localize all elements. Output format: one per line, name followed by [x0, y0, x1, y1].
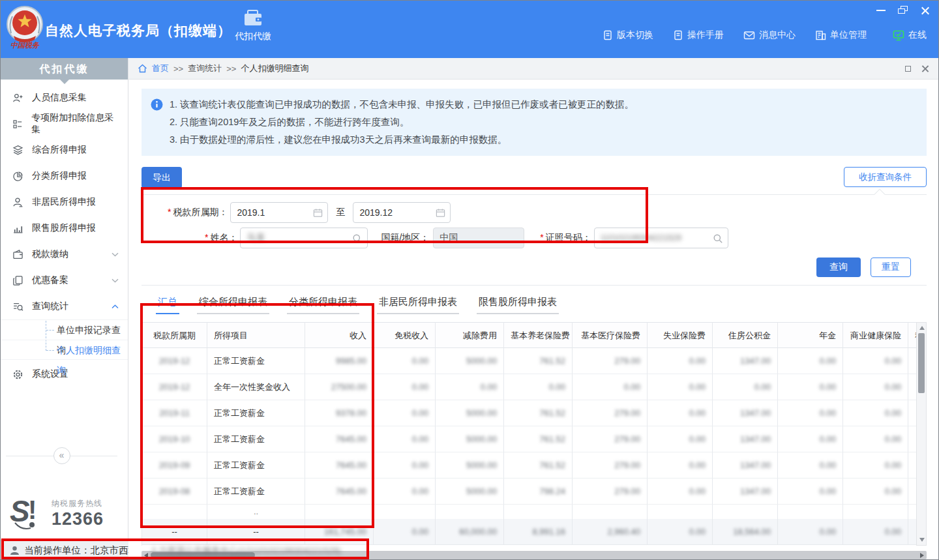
- sidebar-item-label: 分类所得申报: [32, 170, 87, 182]
- tab-restricted-stock-return[interactable]: 限售股所得申报表: [477, 294, 559, 314]
- table-cell: [142, 505, 207, 519]
- table-row: 2019-09正常工资薪金7645.000.005000.00761.52279…: [142, 452, 916, 479]
- table-cell: 2019-11: [142, 400, 207, 426]
- sidebar-item-label: 专项附加扣除信息采集: [31, 112, 119, 136]
- nav-operation-manual[interactable]: 操作手册: [673, 29, 724, 41]
- panel-close-icon[interactable]: [921, 65, 929, 72]
- sidebar-item-restricted-stock[interactable]: 限售股所得申报: [1, 215, 128, 241]
- column-header[interactable]: 商业健康保险: [843, 322, 908, 348]
- sidebar-item-nonresident-income[interactable]: 非居民所得申报: [1, 189, 128, 215]
- table-cell: 0.00: [843, 348, 908, 374]
- reset-button[interactable]: 重置: [871, 258, 911, 277]
- table-cell: 0.00: [374, 426, 436, 452]
- column-header[interactable]: 失业保险费: [648, 322, 713, 348]
- sidebar-item-preferential-filing[interactable]: 优惠备案: [1, 267, 128, 293]
- table-cell: 0.00: [778, 479, 843, 505]
- table-cell: 2,960.40: [573, 519, 648, 545]
- scroll-up-icon[interactable]: [919, 326, 925, 330]
- table-cell: 0.00: [374, 348, 436, 374]
- table-cell: 2019-12: [142, 374, 207, 400]
- column-header[interactable]: 减除费用: [436, 322, 504, 348]
- table-cell: [436, 505, 504, 519]
- column-header[interactable]: 年金: [778, 322, 843, 348]
- sidebar-item-query-statistics[interactable]: 查询统计: [1, 293, 128, 319]
- name-field[interactable]: 马某: [240, 228, 368, 248]
- online-status: 在线: [893, 29, 927, 41]
- sidebar-item-personal-withholding-detail-query[interactable]: 个人扣缴明细查询: [1, 340, 128, 360]
- restore-icon[interactable]: [898, 6, 908, 15]
- column-header[interactable]: 所得项目: [207, 322, 305, 348]
- breadcrumb-separator: >>: [226, 64, 236, 74]
- column-header[interactable]: 免税收入: [374, 322, 436, 348]
- tab-withholding-module[interactable]: 代扣代缴: [230, 10, 276, 42]
- breadcrumb-item[interactable]: 查询统计: [188, 63, 222, 74]
- calendar-icon[interactable]: [313, 208, 323, 218]
- tab-classified-income-return[interactable]: 分类所得申报表: [287, 294, 359, 314]
- column-header[interactable]: 税款所属期: [142, 322, 207, 348]
- period-from-value: 2019.1: [237, 207, 265, 218]
- table-cell: 0.00: [648, 426, 713, 452]
- table-cell: 0.00: [778, 519, 843, 545]
- close-icon[interactable]: [920, 6, 931, 15]
- table-cell: 0.00: [843, 479, 908, 505]
- column-header[interactable]: 税: [908, 322, 916, 348]
- search-icon[interactable]: [352, 233, 363, 244]
- panel-maximize-icon[interactable]: [905, 66, 911, 72]
- table-cell: [778, 505, 843, 519]
- tab-comprehensive-income-return[interactable]: 综合所得申报表: [197, 294, 269, 314]
- tab-summary[interactable]: 汇总: [156, 294, 179, 314]
- scroll-down-icon[interactable]: [919, 538, 925, 542]
- vertical-scrollbar[interactable]: [916, 322, 927, 546]
- scroll-left-icon[interactable]: [144, 553, 148, 558]
- nav-label: 版本切换: [617, 29, 653, 41]
- sidebar-item-personnel-info[interactable]: 人员信息采集: [1, 85, 128, 111]
- table-cell: 0.00: [374, 374, 436, 400]
- period-to-value: 2019.12: [359, 207, 393, 218]
- table-cell: 60,000.00: [436, 519, 504, 545]
- calendar-icon[interactable]: [436, 208, 445, 218]
- notice-text: 1. 该查询统计表仅能查询已申报成功的数据，不包含未申报、申报失败，已申报但已作…: [170, 96, 634, 149]
- result-tabs: 汇总 综合所得申报表 分类所得申报表 非居民所得申报表 限售股所得申报表: [142, 294, 927, 314]
- breadcrumb-home[interactable]: 首页: [152, 63, 169, 74]
- search-icon[interactable]: [713, 233, 723, 244]
- nav-version-switch[interactable]: 版本切换: [603, 29, 653, 41]
- period-to-field[interactable]: 2019.12: [353, 202, 451, 223]
- table-cell: 761.52: [504, 400, 573, 426]
- nav-message-center[interactable]: 消息中心: [743, 29, 796, 41]
- query-panel: *税款所属期： 2019.1 至 2019.12 *姓名：: [142, 194, 927, 286]
- period-from-field[interactable]: 2019.1: [230, 202, 328, 223]
- table-row: ..: [142, 505, 916, 519]
- sidebar-item-unit-declaration-record-query[interactable]: 单位申报记录查询: [1, 319, 128, 340]
- column-header[interactable]: 收入: [305, 322, 374, 348]
- table-cell: 0.00: [374, 400, 436, 426]
- export-button[interactable]: 导出: [142, 167, 182, 188]
- notice-line: 1. 该查询统计表仅能查询已申报成功的数据，不包含未申报、申报失败，已申报但已作…: [170, 96, 634, 113]
- nationality-label: 国籍/地区：: [381, 232, 429, 244]
- id-number-field[interactable]: 110102199304221529: [594, 228, 728, 248]
- column-header[interactable]: 住房公积金: [713, 322, 778, 348]
- column-header[interactable]: 基本医疗保险费: [573, 322, 648, 348]
- column-header[interactable]: 基本养老保险费: [504, 322, 573, 348]
- sidebar-item-special-deduction[interactable]: 专项附加扣除信息采集: [1, 111, 128, 137]
- table-cell: 0.00: [843, 519, 908, 545]
- sidebar-item-classified-income[interactable]: 分类所得申报: [1, 163, 128, 189]
- table-cell: 2019-08: [142, 479, 207, 505]
- app-window: 中国税务 自然人电子税务局（扣缴端） 代扣代缴 版本切换: [0, 0, 939, 560]
- query-button[interactable]: 查询: [816, 258, 861, 277]
- sidebar-collapse-button[interactable]: «: [53, 447, 70, 464]
- minimize-icon[interactable]: [876, 6, 886, 15]
- collapse-query-button[interactable]: 收折查询条件: [844, 167, 927, 187]
- tab-nonresident-income-return[interactable]: 非居民所得申报表: [377, 294, 459, 314]
- vertical-scroll-thumb[interactable]: [918, 333, 925, 393]
- table-cell: 798.24: [504, 479, 573, 505]
- scroll-right-icon[interactable]: [920, 553, 924, 558]
- sidebar-item-comprehensive-income[interactable]: 综合所得申报: [1, 137, 128, 163]
- nav-unit-management[interactable]: 单位管理: [815, 29, 867, 41]
- sidebar-item-tax-payment[interactable]: 税款缴纳: [1, 241, 128, 267]
- range-separator: 至: [336, 207, 345, 218]
- table-cell: 18,564.00: [713, 519, 778, 545]
- wallet-icon: [12, 249, 23, 260]
- id-number-value: 110102199304221529: [601, 233, 681, 243]
- panel-controls: [905, 65, 929, 72]
- table-cell: 正常工资薪金: [207, 348, 305, 374]
